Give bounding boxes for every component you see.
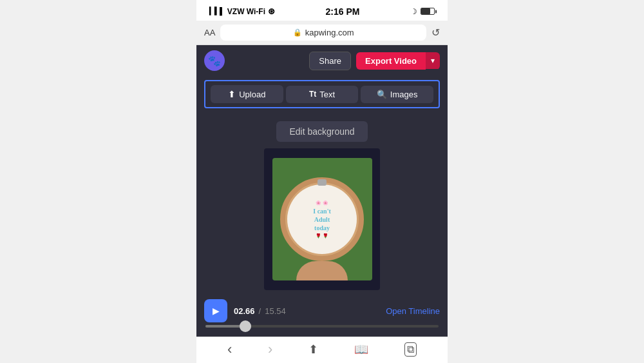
status-time: 2:16 PM bbox=[326, 6, 360, 17]
timeline-bar: ▶ 02.66 / 15.54 Open Timeline bbox=[204, 297, 440, 330]
status-left: ▎▍▌ VZW Wi-Fi ⊛ bbox=[209, 6, 275, 16]
images-search-icon: 🔍 bbox=[377, 90, 387, 99]
time-info: 02.66 / 15.54 bbox=[234, 306, 286, 316]
refresh-icon[interactable]: ↺ bbox=[431, 26, 440, 39]
toolbar: ⬆ Upload Tt Text 🔍 Images bbox=[204, 80, 440, 108]
phone-frame: ▎▍▌ VZW Wi-Fi ⊛ 2:16 PM ☽ AA 🔒 kapwing.c… bbox=[196, 0, 448, 363]
tabs-button[interactable]: ⧉ bbox=[404, 342, 417, 357]
time-total: 15.54 bbox=[265, 306, 286, 316]
time-current: 02.66 bbox=[234, 306, 255, 316]
app-header: 🐾 Share Export Video ▾ bbox=[196, 45, 448, 76]
video-preview: 🌸 🌸 I can't Adult today 🌹 🌹 bbox=[264, 148, 380, 290]
upload-label: Upload bbox=[239, 90, 265, 99]
edit-background-button[interactable]: Edit background bbox=[276, 121, 367, 142]
status-right: ☽ bbox=[410, 7, 435, 16]
carrier-label: VZW Wi-Fi bbox=[227, 7, 265, 16]
timeline-controls: ▶ 02.66 / 15.54 Open Timeline bbox=[204, 299, 440, 322]
hoop-inner: 🌸 🌸 I can't Adult today 🌹 🌹 bbox=[287, 184, 357, 254]
url-bar[interactable]: 🔒 kapwing.com bbox=[220, 25, 426, 41]
upload-button[interactable]: ⬆ Upload bbox=[211, 85, 283, 103]
signal-strength: ▎▍▌ bbox=[209, 7, 225, 15]
export-dropdown-button[interactable]: ▾ bbox=[426, 52, 440, 69]
hoop-text-line1: I can't bbox=[313, 207, 331, 215]
hoop-text-line3: today bbox=[314, 224, 330, 232]
text-button[interactable]: Tt Text bbox=[286, 86, 359, 103]
wifi-icon: ⊛ bbox=[268, 6, 275, 16]
status-bar: ▎▍▌ VZW Wi-Fi ⊛ 2:16 PM ☽ bbox=[196, 0, 448, 21]
images-button[interactable]: 🔍 Images bbox=[361, 86, 433, 103]
play-icon: ▶ bbox=[213, 306, 220, 316]
export-group: Export Video ▾ bbox=[356, 52, 440, 70]
progress-thumb[interactable] bbox=[240, 320, 251, 332]
logo-icon: 🐾 bbox=[208, 55, 221, 67]
play-button[interactable]: ▶ bbox=[204, 299, 227, 322]
text-label: Text bbox=[319, 90, 335, 99]
hoop-text-line2: Adult bbox=[314, 215, 330, 224]
images-label: Images bbox=[390, 90, 418, 99]
progress-track[interactable] bbox=[205, 325, 439, 328]
time-separator: / bbox=[259, 306, 261, 316]
text-icon: Tt bbox=[309, 90, 316, 99]
url-text: kapwing.com bbox=[305, 28, 354, 37]
hoop-screw bbox=[317, 179, 327, 186]
open-timeline-button[interactable]: Open Timeline bbox=[386, 306, 440, 316]
content-area: Edit background 🌸 🌸 I can't Adult today … bbox=[196, 112, 448, 337]
export-video-button[interactable]: Export Video bbox=[356, 52, 426, 70]
hoop-circle: 🌸 🌸 I can't Adult today 🌹 🌹 bbox=[280, 177, 364, 261]
bottom-nav: ‹ › ⬆ 📖 ⧉ bbox=[196, 337, 448, 363]
share-nav-button[interactable]: ⬆ bbox=[308, 342, 318, 357]
battery-icon bbox=[421, 8, 435, 15]
lock-icon: 🔒 bbox=[293, 28, 302, 37]
bookmarks-button[interactable]: 📖 bbox=[354, 342, 368, 357]
upload-icon: ⬆ bbox=[228, 89, 236, 99]
half-moon-icon: ☽ bbox=[410, 7, 417, 16]
browser-bar: AA 🔒 kapwing.com ↺ bbox=[196, 21, 448, 45]
app-logo[interactable]: 🐾 bbox=[204, 50, 225, 71]
back-button[interactable]: ‹ bbox=[227, 341, 232, 358]
hoop-outer: 🌸 🌸 I can't Adult today 🌹 🌹 bbox=[272, 158, 372, 280]
share-button[interactable]: Share bbox=[309, 52, 351, 70]
forward-button[interactable]: › bbox=[268, 341, 272, 358]
aa-button[interactable]: AA bbox=[204, 28, 215, 37]
